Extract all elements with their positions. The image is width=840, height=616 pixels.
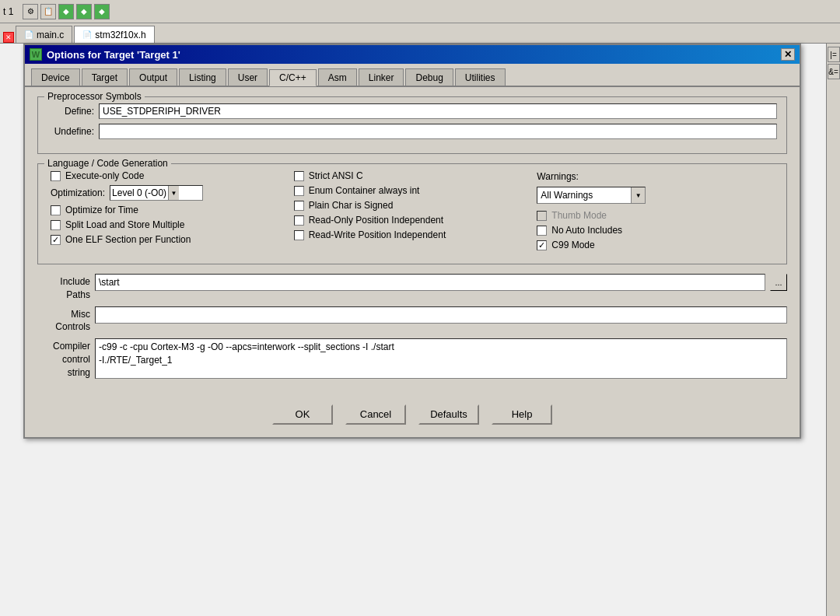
execute-only-row: Execute-only Code: [51, 170, 288, 181]
dialog-titlebar: W Options for Target 'Target 1' ✕: [25, 45, 800, 64]
toolbar-icon-1[interactable]: ⚙: [23, 4, 38, 19]
no-auto-includes-checkbox[interactable]: [537, 226, 547, 236]
read-only-checkbox[interactable]: [294, 215, 304, 226]
undefine-row: Undefine:: [47, 124, 777, 139]
optimization-row: Optimization: Level 0 (-O0) ▼: [51, 185, 288, 201]
compiler-control-label: Compiler control string: [37, 338, 90, 379]
cancel-button[interactable]: Cancel: [345, 404, 406, 425]
side-btn-1[interactable]: |=: [828, 47, 840, 62]
one-elf-label: One ELF Section per Function: [65, 234, 191, 245]
tab-utilities[interactable]: Utilities: [455, 68, 506, 86]
help-button[interactable]: Help: [492, 404, 552, 425]
toolbar-icon-2[interactable]: 📋: [40, 4, 56, 19]
warnings-label: Warnings:: [537, 171, 579, 182]
optimize-time-row: Optimize for Time: [51, 205, 288, 215]
lang-col-1: Execute-only Code Optimization: Level 0 …: [47, 170, 291, 254]
tab-debug[interactable]: Debug: [405, 68, 453, 86]
dialog-title-left: W Options for Target 'Target 1': [30, 48, 180, 61]
ide-tab-bar: ✕ 📄 main.c 📄 stm32f10x.h: [0, 23, 840, 44]
include-paths-label: Include Paths: [37, 274, 90, 302]
thumb-mode-row: Thumb Mode: [537, 210, 774, 221]
compiler-control-value: -c99 -c -cpu Cortex-M3 -g -O0 --apcs=int…: [95, 338, 787, 379]
c99-mode-row: C99 Mode: [537, 240, 774, 250]
toolbar-text: t 1: [3, 6, 13, 17]
no-auto-includes-row: No Auto Includes: [537, 225, 774, 236]
include-paths-row: Include Paths ...: [37, 274, 787, 302]
lang-col-3: Warnings: All Warnings ▼ Thumb Mode: [534, 170, 777, 254]
dialog-title-text: Options for Target 'Target 1': [47, 49, 180, 61]
dialog-icon: W: [30, 48, 42, 61]
dialog-buttons: OK Cancel Defaults Help: [25, 397, 800, 437]
strict-ansi-checkbox[interactable]: [294, 171, 304, 181]
define-row: Define:: [47, 103, 777, 119]
lang-col-2: Strict ANSI C Enum Container always int …: [291, 170, 534, 254]
execute-only-checkbox[interactable]: [51, 171, 61, 181]
toolbar-icon-4[interactable]: ◆: [76, 4, 92, 19]
optimization-label: Optimization:: [51, 187, 105, 198]
c99-mode-checkbox[interactable]: [537, 240, 547, 250]
optimization-select[interactable]: Level 0 (-O0) ▼: [110, 185, 203, 201]
options-dialog: W Options for Target 'Target 1' ✕ Device…: [23, 44, 801, 439]
tab-linker[interactable]: Linker: [359, 68, 404, 86]
ok-button[interactable]: OK: [272, 404, 333, 425]
define-input[interactable]: [99, 103, 777, 119]
toolbar-icon-5[interactable]: ◆: [94, 4, 110, 19]
tab-target[interactable]: Target: [82, 68, 128, 86]
warnings-dropdown-arrow[interactable]: ▼: [631, 187, 645, 203]
thumb-mode-label: Thumb Mode: [551, 210, 607, 221]
dialog-close-button[interactable]: ✕: [781, 48, 795, 61]
tab-stm32[interactable]: 📄 stm32f10x.h: [74, 26, 154, 43]
plain-char-checkbox[interactable]: [294, 201, 304, 211]
include-paths-browse[interactable]: ...: [770, 274, 787, 291]
side-btn-2[interactable]: &=: [828, 64, 840, 79]
no-auto-includes-label: No Auto Includes: [551, 225, 622, 236]
read-only-label: Read-Only Position Independent: [309, 215, 443, 226]
c99-mode-label: C99 Mode: [551, 240, 594, 250]
warnings-select[interactable]: All Warnings ▼: [537, 187, 646, 204]
enum-container-label: Enum Container always int: [309, 185, 420, 196]
thumb-mode-checkbox[interactable]: [537, 211, 547, 221]
close-ide-btn[interactable]: ✕: [3, 32, 14, 43]
preprocessor-label: Preprocessor Symbols: [44, 91, 145, 102]
one-elf-checkbox[interactable]: [51, 235, 61, 245]
dialog-body: Preprocessor Symbols Define: Undefine: L…: [25, 87, 800, 397]
misc-controls-input[interactable]: [95, 306, 787, 324]
tab-listing[interactable]: Listing: [179, 68, 226, 86]
warnings-value: All Warnings: [537, 190, 631, 201]
split-load-row: Split Load and Store Multiple: [51, 219, 288, 230]
enum-container-checkbox[interactable]: [294, 186, 304, 196]
misc-controls-row: Misc Controls: [37, 306, 787, 334]
one-elf-row: One ELF Section per Function: [51, 234, 288, 245]
plain-char-row: Plain Char is Signed: [294, 200, 531, 211]
read-only-row: Read-Only Position Independent: [294, 215, 531, 226]
ide-toolbar: t 1 ⚙ 📋 ◆ ◆ ◆: [0, 0, 840, 23]
tab-main-c[interactable]: 📄 main.c: [16, 26, 72, 43]
strict-ansi-label: Strict ANSI C: [309, 170, 363, 181]
compiler-control-row: Compiler control string -c99 -c -cpu Cor…: [37, 338, 787, 379]
read-write-checkbox[interactable]: [294, 230, 304, 240]
dialog-tabs: Device Target Output Listing User C/C++ …: [25, 64, 800, 87]
read-write-label: Read-Write Position Independent: [309, 229, 446, 240]
misc-controls-label: Misc Controls: [37, 306, 90, 334]
tab-user[interactable]: User: [228, 68, 268, 86]
language-group: Language / Code Generation Execute-only …: [37, 163, 787, 264]
optimize-time-label: Optimize for Time: [65, 205, 138, 215]
toolbar-icons: ⚙ 📋 ◆ ◆ ◆: [23, 4, 110, 19]
tab-output[interactable]: Output: [129, 68, 177, 86]
define-label: Define:: [47, 106, 94, 117]
tab-asm[interactable]: Asm: [318, 68, 357, 86]
preprocessor-group: Preprocessor Symbols Define: Undefine:: [37, 96, 787, 154]
toolbar-icon-3[interactable]: ◆: [58, 4, 74, 19]
optimize-time-checkbox[interactable]: [51, 205, 61, 215]
include-paths-input[interactable]: [95, 274, 765, 291]
undefine-label: Undefine:: [47, 126, 94, 137]
split-load-checkbox[interactable]: [51, 220, 61, 230]
tab-cpp[interactable]: C/C++: [269, 69, 317, 86]
execute-only-label: Execute-only Code: [65, 170, 144, 181]
optimization-dropdown-arrow[interactable]: ▼: [168, 186, 179, 200]
split-load-label: Split Load and Store Multiple: [65, 219, 184, 230]
strict-ansi-row: Strict ANSI C: [294, 170, 531, 181]
tab-device[interactable]: Device: [31, 68, 80, 86]
undefine-input[interactable]: [99, 124, 777, 139]
defaults-button[interactable]: Defaults: [418, 404, 479, 425]
